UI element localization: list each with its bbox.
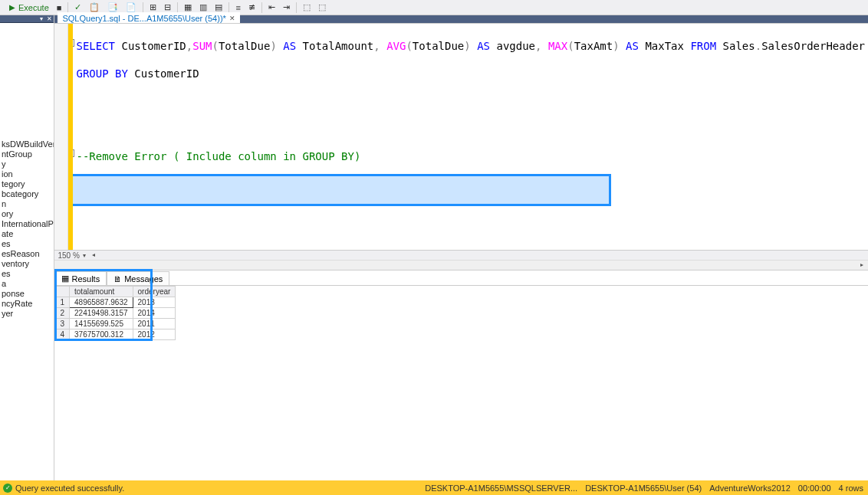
status-time: 00:00:00 (798, 484, 831, 493)
code-editor[interactable]: −SELECT CustomerID,SUM(TotalDue) AS Tota… (54, 23, 868, 250)
col-header[interactable]: orderyear (133, 287, 176, 297)
editor-zone: SQLQuery1.sql - DE...A1M5655\User (54))*… (54, 15, 868, 480)
tool-btn-x[interactable]: ⬚ (300, 1, 314, 15)
main-area: ▾ ✕ ksDWBuildVersionntGroupyiontegorybca… (0, 15, 868, 480)
separator (177, 2, 178, 13)
status-ok-icon: ✓ (3, 484, 12, 493)
cell-orderyear[interactable]: 2014 (133, 308, 176, 319)
tab-results[interactable]: ▦ Results (54, 271, 107, 285)
separator (67, 2, 68, 13)
panel-close-icon[interactable]: ✕ (47, 15, 52, 22)
cell-orderyear[interactable]: 2013 (133, 297, 176, 308)
table-row[interactable]: 148965887.96322013 (55, 297, 176, 308)
status-message: Query executed successfully. (15, 484, 124, 493)
col-header[interactable] (55, 287, 70, 297)
status-rows: 4 rows (839, 484, 863, 493)
tool-btn-y[interactable]: ⬚ (315, 1, 329, 15)
tree-item[interactable]: ate (0, 229, 54, 239)
grid-icon: ▦ (61, 274, 69, 284)
fold-icon[interactable]: − (73, 149, 74, 157)
row-number: 3 (55, 319, 70, 329)
cell-totalamount[interactable]: 48965887.9632 (70, 297, 133, 308)
results-panel: ▦ Results 🗎 Messages totalamountorderyea… (54, 270, 868, 480)
table-row[interactable]: 314155699.5252011 (55, 319, 176, 329)
separator (143, 2, 143, 13)
tree-item[interactable]: ntGroup (0, 149, 54, 159)
tree-item[interactable]: InternationalProductDescription (0, 219, 54, 229)
separator (229, 2, 229, 13)
tree-item[interactable]: a (0, 279, 54, 289)
indent-in[interactable]: ⇥ (280, 1, 293, 15)
tree-item[interactable]: ksDWBuildVersion (0, 139, 54, 149)
cell-totalamount[interactable]: 14155699.525 (70, 319, 133, 329)
col-header[interactable]: totalamount (70, 287, 133, 297)
status-db: AdventureWorks2012 (709, 484, 791, 493)
panel-pin-icon[interactable]: ▾ (40, 15, 43, 22)
code-text[interactable]: −SELECT CustomerID,SUM(TotalDue) AS Tota… (73, 24, 868, 250)
tree-item[interactable]: bcategory (0, 189, 54, 199)
cell-totalamount[interactable]: 22419498.3157 (70, 308, 133, 319)
table-row[interactable]: 437675700.3122012 (55, 329, 176, 340)
editor-hscroll[interactable]: ▸ (54, 260, 868, 270)
gutter (54, 24, 68, 250)
tree-item[interactable]: es (0, 239, 54, 249)
messages-tab-label: Messages (124, 274, 163, 284)
tree-item[interactable]: yer (0, 309, 54, 319)
separator (261, 2, 262, 13)
tree-item[interactable]: es (0, 269, 54, 279)
status-bar: ✓ Query executed successfully. DESKTOP-A… (0, 480, 868, 495)
execute-label: Execute (18, 3, 49, 12)
table-row[interactable]: 222419498.31572014 (55, 308, 176, 319)
tree-item[interactable]: y (0, 159, 54, 169)
tree-item[interactable]: tegory (0, 179, 54, 189)
status-user: DESKTOP-A1M5655\User (54) (585, 484, 702, 493)
results-grid[interactable]: totalamountorderyear148965887.9632201322… (54, 286, 868, 340)
panel-header: ▾ ✕ (0, 15, 54, 23)
results-tabs: ▦ Results 🗎 Messages (54, 270, 868, 286)
messages-icon: 🗎 (113, 274, 122, 284)
uncomment-button[interactable]: ≢ (245, 1, 258, 15)
zoom-value[interactable]: 150 % (58, 251, 79, 260)
indent-out[interactable]: ⇤ (265, 1, 278, 15)
row-number: 2 (55, 308, 70, 319)
tree-item[interactable]: ventory (0, 259, 54, 269)
execute-button[interactable]: ▶ Execute (3, 1, 52, 15)
cell-orderyear[interactable]: 2012 (133, 329, 176, 340)
separator (296, 2, 297, 13)
tabstrip: SQLQuery1.sql - DE...A1M5655\User (54))*… (54, 15, 868, 23)
fold-icon[interactable]: − (73, 39, 74, 47)
tree-item[interactable]: esReason (0, 249, 54, 259)
status-server: DESKTOP-A1M5655\MSSQLSERVER... (425, 484, 577, 493)
tree-item[interactable]: ponse (0, 289, 54, 299)
object-explorer: ▾ ✕ ksDWBuildVersionntGroupyiontegorybca… (0, 15, 54, 480)
results-tab-label: Results (71, 274, 100, 284)
tree-item[interactable]: ory (0, 209, 54, 219)
row-number: 1 (55, 297, 70, 308)
play-icon: ▶ (6, 2, 18, 14)
tree-item[interactable]: ncyRate (0, 299, 54, 309)
cell-orderyear[interactable]: 2011 (133, 319, 176, 329)
tree-view[interactable]: ksDWBuildVersionntGroupyiontegorybcatego… (0, 23, 54, 319)
cell-totalamount[interactable]: 37675700.312 (70, 329, 133, 340)
selection-highlight (73, 174, 611, 206)
tab-messages[interactable]: 🗎 Messages (107, 271, 169, 285)
tree-item[interactable]: ion (0, 169, 54, 179)
row-number: 4 (55, 329, 70, 340)
zoom-bar: 150 % ▾ ◂ (54, 250, 868, 260)
tree-item[interactable]: n (0, 199, 54, 209)
